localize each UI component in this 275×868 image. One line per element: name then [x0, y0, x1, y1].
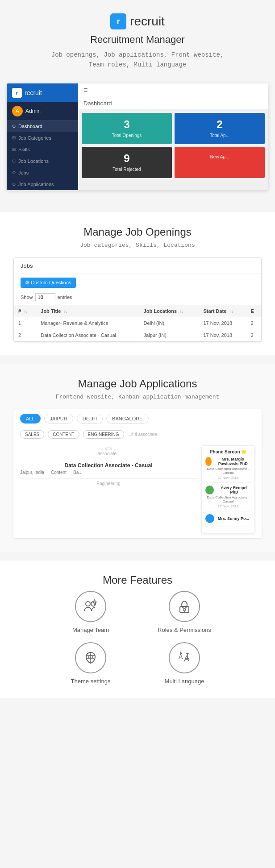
sidebar-item-skills[interactable]: ⊞ Skills: [7, 144, 78, 155]
sidebar-item-label: Jobs: [18, 170, 29, 175]
svg-point-0: [86, 602, 90, 606]
sidebar-item-label: Dashboard: [18, 124, 42, 129]
candidate-item-1: Mrs. Margio Pawlowski PhD Data Collectio…: [205, 457, 251, 483]
jobs-table-mockup: Jobs ⚙ Custom Questions Show entries # ↑…: [13, 257, 262, 342]
hero-subtitle: Job openings, Job applications, Front we…: [9, 50, 266, 70]
filter-tab-jaipur[interactable]: JAIPUR: [44, 414, 73, 424]
new-applications-card: New Ap...: [175, 147, 265, 178]
logo-container: r recruit: [9, 13, 266, 29]
more-features-section: More Features Manage Team: [0, 561, 275, 698]
row2-num: 2: [14, 329, 36, 341]
logo-icon: r: [110, 13, 126, 29]
sidebar-item-jobs[interactable]: ⊙ Jobs: [7, 167, 78, 179]
app-department: Content: [51, 470, 67, 475]
candidate-role-2: Data Collection Associate - Casual: [205, 495, 251, 503]
candidate-name-2: Avery Rempel PhD: [217, 486, 251, 494]
row1-title: Manager- Revenue & Analytics: [36, 317, 139, 329]
candidate-name-1: Mrs. Margio Pawlowski PhD: [215, 457, 251, 466]
sidebar-user: A Admin: [7, 102, 78, 120]
roles-permissions-icon: [169, 591, 200, 622]
cat-tag-engineering[interactable]: ENGINEERING: [83, 430, 124, 439]
sidebar-item-job-categories[interactable]: ⊞ Job Categories: [7, 132, 78, 144]
job-openings-title: Manage Job Openings: [9, 226, 266, 238]
candidate-item-3: Mrs. Sunny Po...: [205, 514, 251, 527]
total-openings-card: 3 Total Openings: [82, 113, 172, 144]
total-applications-label: Total Ap...: [210, 133, 229, 138]
candidate-avatar-2: [205, 486, 214, 494]
sidebar-item-job-applications[interactable]: ⊙ Job Applications: [7, 179, 78, 190]
filter-tab-all[interactable]: ALL: [20, 414, 41, 424]
locations-icon: ⊙: [12, 158, 16, 163]
new-applications-label: New Ap...: [210, 154, 229, 159]
sidebar: r recruit A Admin ⊙ Dashboard ⊞ Job Cate…: [7, 83, 78, 190]
entries-input[interactable]: [35, 293, 55, 301]
cat-tag-sales[interactable]: SALES: [20, 430, 44, 439]
logo-text: recruit: [130, 14, 165, 29]
dashboard-icon: ⊙: [12, 124, 16, 129]
applications-icon: ⊙: [12, 182, 16, 187]
theme-settings-label: Theme settings: [71, 678, 111, 685]
app-placeholder-row: -- otto -- associate -: [20, 445, 197, 459]
job-openings-section: Manage Job Openings Job categories, Skil…: [0, 212, 275, 355]
sidebar-item-dashboard[interactable]: ⊙ Dashboard: [7, 120, 78, 132]
bottom-label: Engineering: [20, 479, 197, 486]
custom-questions-button[interactable]: ⚙ Custom Questions: [21, 278, 76, 288]
row1-extra: 2: [246, 317, 261, 329]
dashboard-cards: 3 Total Openings 2 Total Ap... 9 Total R…: [78, 109, 268, 182]
candidate-avatar-1: [205, 457, 212, 466]
filter-tab-delhi[interactable]: DELHI: [77, 414, 103, 424]
app-item-meta: Jaipur, India Content Ba...: [20, 470, 197, 475]
applications-section: Manage Job Applications Frontend website…: [0, 364, 275, 552]
total-applications-number: 2: [179, 118, 260, 131]
row2-title: Data Collection Associate - Casual: [36, 329, 139, 341]
dashboard-mockup: r recruit A Admin ⊙ Dashboard ⊞ Job Cate…: [7, 83, 268, 190]
col-start-date: Start Date ↑↓: [199, 305, 246, 317]
svg-point-9: [183, 608, 186, 611]
filter-tabs: ALL JAIPUR DELHI BANGALORE: [13, 409, 262, 428]
app-location: Jaipur, India: [20, 470, 44, 475]
manage-team-icon: [75, 591, 106, 622]
col-job-title: Job Title ↑↓: [36, 305, 139, 317]
theme-settings-icon: [75, 642, 106, 673]
topbar: ≡: [78, 83, 268, 97]
sidebar-brand: r recruit: [7, 83, 78, 102]
applications-panel: Phone Scroon 🌟 Mrs. Margio Pawlowski PhD…: [201, 445, 255, 534]
page-header: Dashboard: [78, 97, 268, 109]
sidebar-item-label: Skills: [18, 147, 30, 152]
multi-language-icon: A A: [169, 642, 200, 673]
table-row: 2 Data Collection Associate - Casual Jai…: [14, 329, 261, 341]
filter-tab-bangalore[interactable]: BANGALORE: [106, 414, 148, 424]
sidebar-brand-text: recruit: [25, 89, 42, 96]
row1-date: 17 Nov, 2018: [199, 317, 246, 329]
candidate-date-2: 27 Nov, 2018: [205, 504, 251, 508]
candidate-avatar-3: [205, 514, 214, 523]
col-job-locations: Job Locations ↑↓: [139, 305, 199, 317]
cat-tag-content[interactable]: CONTENT: [48, 430, 79, 439]
user-avatar: A: [12, 106, 23, 116]
row2-date: 17 Nov, 2018: [199, 329, 246, 341]
main-dashboard-content: ≡ Dashboard 3 Total Openings 2 Total Ap.…: [78, 83, 268, 190]
feature-item-theme-settings: Theme settings: [48, 642, 133, 685]
total-openings-label: Total Openings: [112, 133, 142, 138]
job-openings-subtitle: Job categories, Skills, Locations: [9, 242, 266, 249]
menu-icon[interactable]: ≡: [83, 86, 88, 94]
candidate-date-1: 27 Nov, 2018: [205, 476, 251, 480]
show-label: Show: [21, 295, 33, 300]
total-rejected-label: Total Rejected: [112, 167, 141, 172]
sidebar-item-label: Job Locations: [18, 158, 49, 164]
candidate-role-1: Data Collection Associate - Casual: [205, 467, 251, 475]
sidebar-brand-icon: r: [12, 88, 22, 98]
category-tags: SALES CONTENT ENGINEERING ...lt ti assoc…: [13, 428, 262, 441]
skills-icon: ⊞: [12, 147, 16, 152]
app-item-title: Data Collection Associate - Casual: [20, 462, 197, 469]
app-content: -- otto -- associate - Data Collection A…: [13, 441, 262, 538]
total-rejected-number: 9: [86, 152, 167, 165]
page-title: Dashboard: [83, 100, 112, 107]
panel-title: Phone Scroon 🌟: [205, 449, 251, 454]
sidebar-item-job-locations[interactable]: ⊙ Job Locations: [7, 155, 78, 167]
hero-title: Recruitment Manager: [9, 34, 266, 46]
row1-location: Delhi (IN): [139, 317, 199, 329]
applications-title: Manage Job Applications: [9, 378, 266, 390]
user-name: Admin: [25, 108, 41, 114]
applications-subtitle: Frontend website, Kanban application man…: [9, 394, 266, 400]
